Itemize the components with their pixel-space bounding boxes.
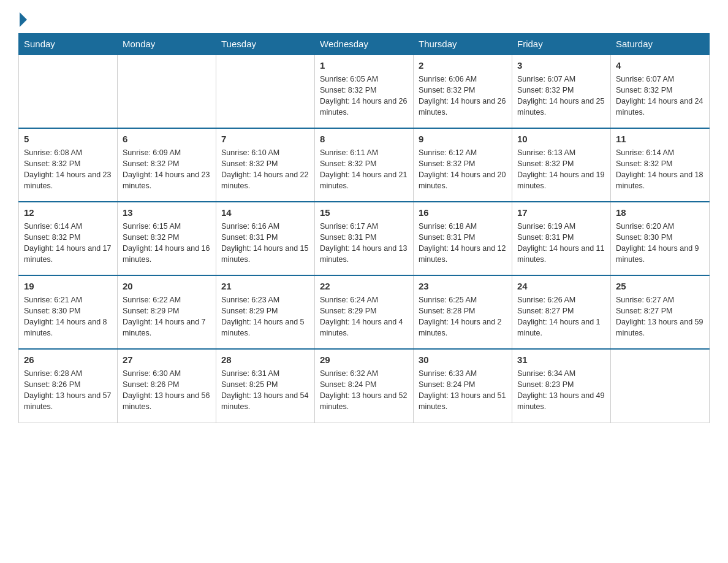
day-number: 14 xyxy=(221,206,309,220)
calendar-cell: 4Sunrise: 6:07 AMSunset: 8:32 PMDaylight… xyxy=(611,55,710,128)
day-info-text: Daylight: 13 hours and 54 minutes. xyxy=(221,390,309,412)
day-number: 24 xyxy=(517,280,605,293)
calendar-cell: 1Sunrise: 6:05 AMSunset: 8:32 PMDaylight… xyxy=(315,55,414,128)
day-info-text: Sunrise: 6:21 AM xyxy=(24,294,112,305)
day-info-text: Sunset: 8:29 PM xyxy=(320,305,408,316)
calendar-week-row: 12Sunrise: 6:14 AMSunset: 8:32 PMDayligh… xyxy=(19,202,710,275)
day-info-text: Sunrise: 6:05 AM xyxy=(320,74,408,85)
day-info-text: Sunset: 8:27 PM xyxy=(616,305,704,316)
day-info-text: Sunset: 8:32 PM xyxy=(221,158,309,169)
day-info-text: Sunset: 8:32 PM xyxy=(419,158,507,169)
day-info-text: Sunset: 8:27 PM xyxy=(517,305,605,316)
day-info-text: Daylight: 14 hours and 23 minutes. xyxy=(24,169,112,191)
weekday-header-monday: Monday xyxy=(118,34,216,55)
calendar-cell: 20Sunrise: 6:22 AMSunset: 8:29 PMDayligh… xyxy=(118,275,216,349)
day-info-text: Sunset: 8:26 PM xyxy=(123,379,211,390)
day-info-text: Daylight: 13 hours and 56 minutes. xyxy=(123,390,211,412)
day-number: 25 xyxy=(616,280,704,293)
weekday-header-sunday: Sunday xyxy=(19,34,118,55)
calendar-cell: 31Sunrise: 6:34 AMSunset: 8:23 PMDayligh… xyxy=(512,349,611,423)
day-number: 31 xyxy=(517,353,605,367)
day-info-text: Sunrise: 6:31 AM xyxy=(221,368,309,379)
calendar-table: SundayMondayTuesdayWednesdayThursdayFrid… xyxy=(18,33,710,423)
day-number: 19 xyxy=(24,280,112,293)
logo-triangle-icon xyxy=(20,12,27,27)
calendar-cell: 11Sunrise: 6:14 AMSunset: 8:32 PMDayligh… xyxy=(611,128,710,202)
day-info-text: Sunset: 8:25 PM xyxy=(221,379,309,390)
day-number: 9 xyxy=(419,132,507,146)
day-info-text: Sunrise: 6:15 AM xyxy=(123,221,211,232)
day-info-text: Daylight: 14 hours and 19 minutes. xyxy=(517,169,605,191)
day-number: 12 xyxy=(24,206,112,220)
day-info-text: Sunrise: 6:09 AM xyxy=(123,147,211,158)
calendar-cell: 6Sunrise: 6:09 AMSunset: 8:32 PMDaylight… xyxy=(118,128,216,202)
calendar-cell: 22Sunrise: 6:24 AMSunset: 8:29 PMDayligh… xyxy=(315,275,414,349)
day-info-text: Sunset: 8:29 PM xyxy=(221,305,309,316)
day-number: 4 xyxy=(616,59,704,72)
weekday-header-row: SundayMondayTuesdayWednesdayThursdayFrid… xyxy=(19,34,710,55)
day-number: 13 xyxy=(123,206,211,220)
day-info-text: Sunset: 8:32 PM xyxy=(419,85,507,96)
day-info-text: Daylight: 14 hours and 4 minutes. xyxy=(320,316,408,339)
day-info-text: Sunrise: 6:11 AM xyxy=(320,147,408,158)
day-number: 5 xyxy=(24,132,112,146)
day-info-text: Sunset: 8:32 PM xyxy=(616,158,704,169)
day-info-text: Sunrise: 6:32 AM xyxy=(320,368,408,379)
day-info-text: Daylight: 14 hours and 8 minutes. xyxy=(24,316,112,339)
weekday-header-wednesday: Wednesday xyxy=(315,34,414,55)
page-header xyxy=(18,12,710,27)
day-info-text: Sunrise: 6:30 AM xyxy=(123,368,211,379)
calendar-cell: 19Sunrise: 6:21 AMSunset: 8:30 PMDayligh… xyxy=(19,275,118,349)
day-info-text: Sunrise: 6:08 AM xyxy=(24,147,112,158)
day-info-text: Daylight: 13 hours and 51 minutes. xyxy=(419,390,507,412)
day-number: 2 xyxy=(419,59,507,72)
day-info-text: Sunset: 8:28 PM xyxy=(419,305,507,316)
day-info-text: Daylight: 14 hours and 21 minutes. xyxy=(320,169,408,191)
day-info-text: Sunset: 8:31 PM xyxy=(320,232,408,243)
day-info-text: Daylight: 14 hours and 22 minutes. xyxy=(221,169,309,191)
calendar-cell: 14Sunrise: 6:16 AMSunset: 8:31 PMDayligh… xyxy=(216,202,315,275)
day-info-text: Sunset: 8:32 PM xyxy=(320,85,408,96)
day-info-text: Sunrise: 6:20 AM xyxy=(616,221,704,232)
day-info-text: Daylight: 14 hours and 18 minutes. xyxy=(616,169,704,191)
day-number: 1 xyxy=(320,59,408,72)
day-info-text: Daylight: 14 hours and 15 minutes. xyxy=(221,243,309,265)
day-info-text: Sunrise: 6:10 AM xyxy=(221,147,309,158)
day-number: 16 xyxy=(419,206,507,220)
calendar-cell: 9Sunrise: 6:12 AMSunset: 8:32 PMDaylight… xyxy=(414,128,512,202)
calendar-cell: 13Sunrise: 6:15 AMSunset: 8:32 PMDayligh… xyxy=(118,202,216,275)
calendar-cell: 27Sunrise: 6:30 AMSunset: 8:26 PMDayligh… xyxy=(118,349,216,423)
day-info-text: Sunset: 8:29 PM xyxy=(123,305,211,316)
day-info-text: Daylight: 14 hours and 17 minutes. xyxy=(24,243,112,265)
day-number: 22 xyxy=(320,280,408,293)
day-number: 30 xyxy=(419,353,507,367)
calendar-cell: 5Sunrise: 6:08 AMSunset: 8:32 PMDaylight… xyxy=(19,128,118,202)
day-number: 11 xyxy=(616,132,704,146)
day-number: 7 xyxy=(221,132,309,146)
day-number: 10 xyxy=(517,132,605,146)
weekday-header-tuesday: Tuesday xyxy=(216,34,315,55)
day-info-text: Sunset: 8:32 PM xyxy=(24,158,112,169)
calendar-week-row: 5Sunrise: 6:08 AMSunset: 8:32 PMDaylight… xyxy=(19,128,710,202)
calendar-cell: 18Sunrise: 6:20 AMSunset: 8:30 PMDayligh… xyxy=(611,202,710,275)
day-number: 28 xyxy=(221,353,309,367)
day-number: 15 xyxy=(320,206,408,220)
calendar-cell: 30Sunrise: 6:33 AMSunset: 8:24 PMDayligh… xyxy=(414,349,512,423)
weekday-header-thursday: Thursday xyxy=(414,34,512,55)
calendar-cell: 7Sunrise: 6:10 AMSunset: 8:32 PMDaylight… xyxy=(216,128,315,202)
day-info-text: Sunrise: 6:27 AM xyxy=(616,294,704,305)
day-info-text: Sunrise: 6:16 AM xyxy=(221,221,309,232)
day-number: 29 xyxy=(320,353,408,367)
day-info-text: Daylight: 14 hours and 23 minutes. xyxy=(123,169,211,191)
calendar-cell: 25Sunrise: 6:27 AMSunset: 8:27 PMDayligh… xyxy=(611,275,710,349)
day-info-text: Sunrise: 6:25 AM xyxy=(419,294,507,305)
day-info-text: Sunrise: 6:33 AM xyxy=(419,368,507,379)
day-info-text: Daylight: 14 hours and 1 minute. xyxy=(517,316,605,339)
day-info-text: Sunset: 8:31 PM xyxy=(221,232,309,243)
day-info-text: Sunset: 8:24 PM xyxy=(320,379,408,390)
day-info-text: Sunrise: 6:34 AM xyxy=(517,368,605,379)
day-info-text: Sunrise: 6:14 AM xyxy=(24,221,112,232)
day-info-text: Daylight: 13 hours and 57 minutes. xyxy=(24,390,112,412)
day-info-text: Daylight: 13 hours and 52 minutes. xyxy=(320,390,408,412)
day-info-text: Sunset: 8:32 PM xyxy=(123,158,211,169)
